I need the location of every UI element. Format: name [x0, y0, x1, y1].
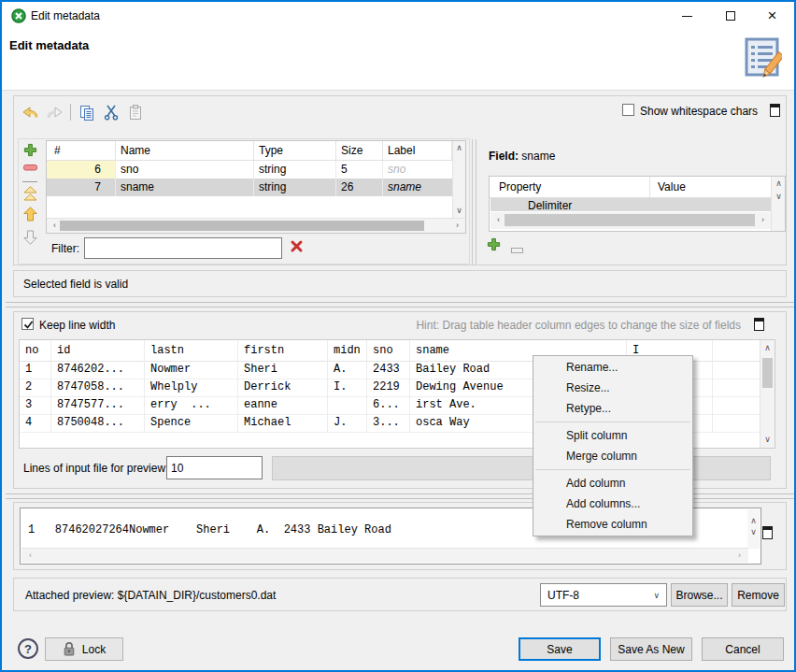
col-header-value[interactable]: Value	[650, 177, 686, 197]
menu-item-resize[interactable]: Resize...	[533, 378, 692, 398]
scroll-down-icon[interactable]: ∨	[761, 436, 774, 444]
move-down-icon	[23, 230, 37, 245]
scroll-down-icon[interactable]: ∨	[747, 528, 760, 536]
fields-vscrollbar[interactable]: ∧ ∨	[452, 141, 465, 218]
col-header-size[interactable]: Size	[336, 141, 383, 160]
grid-col-sno[interactable]: sno	[367, 340, 410, 361]
clear-filter-button[interactable]	[290, 239, 306, 256]
property-row-delimiter[interactable]: Delimiter	[490, 198, 771, 211]
lines-of-input-field[interactable]	[166, 456, 263, 479]
encoding-value: UTF-8	[547, 589, 579, 602]
menu-item-split-column[interactable]: Split column	[533, 425, 692, 446]
field-num: 7	[47, 179, 116, 196]
grid-col-lastn[interactable]: lastn	[145, 340, 238, 361]
move-up-button[interactable]	[21, 207, 39, 225]
menu-item-add-columns[interactable]: Add columns...	[533, 493, 692, 514]
toolbar-separator	[70, 104, 71, 121]
menu-item-add-column[interactable]: Add column	[533, 473, 692, 493]
scroll-up-icon[interactable]: ∧	[773, 179, 785, 188]
property-vscrollbar[interactable]: ∧ ∨	[771, 177, 785, 231]
grid-vscrollbar[interactable]: ∧ ∨	[760, 340, 775, 448]
cancel-button[interactable]: Cancel	[702, 637, 784, 661]
redo-button[interactable]	[43, 101, 65, 123]
sash-line[interactable]	[472, 139, 473, 265]
scroll-up-icon[interactable]: ∧	[761, 344, 774, 352]
scroll-right-icon[interactable]: ›	[733, 551, 746, 560]
lock-button[interactable]: Lock	[45, 637, 123, 661]
raw-vscrollbar[interactable]: ∧ ∨	[747, 509, 760, 549]
scroll-left-icon[interactable]: ‹	[24, 551, 36, 560]
undo-button[interactable]	[19, 101, 41, 123]
section-panel-icon[interactable]	[770, 104, 780, 117]
cell: 8747058...	[51, 379, 145, 396]
remove-property-button[interactable]	[511, 243, 524, 250]
add-property-button[interactable]	[487, 237, 504, 254]
show-whitespace-checkbox[interactable]	[622, 104, 634, 116]
raw-hscrollbar[interactable]: ‹ ›	[21, 548, 748, 563]
keep-line-width-label: Keep line width	[39, 319, 115, 332]
remove-button[interactable]: Remove	[732, 583, 785, 607]
grid-col-midn[interactable]: midn	[328, 340, 367, 361]
cut-button[interactable]	[100, 101, 122, 123]
close-button[interactable]: ×	[751, 3, 793, 29]
page-title: Edit metadata	[9, 38, 89, 52]
field-detail-title: Field: sname	[489, 150, 555, 163]
grid-col-firstn[interactable]: firstn	[238, 340, 328, 361]
hscroll-thumb[interactable]	[60, 221, 424, 231]
property-hscrollbar[interactable]: ‹ ›	[490, 212, 771, 229]
section-panel-icon[interactable]	[762, 526, 773, 539]
menu-item-rename[interactable]: Rename...	[533, 357, 692, 378]
grid-col-id[interactable]: id	[51, 340, 145, 361]
maximize-icon	[726, 11, 735, 21]
paste-button[interactable]	[124, 101, 147, 123]
scroll-up-icon[interactable]: ∧	[453, 144, 465, 152]
menu-item-retype[interactable]: Retype...	[533, 398, 692, 419]
add-icon	[23, 143, 37, 157]
grid-col-no[interactable]: no	[20, 340, 51, 361]
minimize-button[interactable]	[666, 3, 708, 29]
help-button[interactable]: ?	[18, 638, 38, 659]
remove-field-button[interactable]	[21, 164, 39, 179]
field-row-sno[interactable]: 6 sno string 5 sno	[47, 161, 452, 179]
save-as-new-button[interactable]: Save As New	[610, 637, 692, 661]
remove-icon	[23, 164, 37, 172]
vscroll-thumb[interactable]	[762, 358, 773, 388]
cell: erry ...	[145, 396, 238, 414]
horizontal-sash[interactable]	[6, 302, 794, 303]
section-panel-icon[interactable]	[754, 318, 764, 331]
hscroll-thumb[interactable]	[505, 214, 755, 226]
move-down-button[interactable]	[21, 230, 39, 249]
col-header-label[interactable]: Label	[383, 141, 452, 160]
field-type: string	[254, 161, 336, 179]
add-field-button[interactable]	[21, 143, 39, 164]
col-header-type[interactable]: Type	[254, 141, 336, 160]
fields-hscrollbar[interactable]: ‹ ›	[47, 218, 465, 233]
copy-button[interactable]	[76, 101, 98, 123]
keep-line-width-checkbox[interactable]	[21, 318, 34, 330]
field-num: 6	[47, 161, 116, 179]
scroll-down-icon[interactable]: ∨	[773, 193, 785, 201]
save-button[interactable]: Save	[519, 637, 601, 661]
scroll-down-icon[interactable]: ∨	[453, 207, 465, 215]
move-top-button[interactable]	[21, 186, 39, 205]
menu-item-remove-column[interactable]: Remove column	[533, 514, 692, 535]
col-header-name[interactable]: Name	[116, 141, 254, 160]
encoding-select[interactable]: UTF-8 ∨	[540, 583, 667, 607]
col-header-property[interactable]: Property	[490, 177, 650, 197]
redo-icon	[46, 105, 64, 120]
sash-line[interactable]	[476, 139, 476, 265]
maximize-button[interactable]	[709, 3, 751, 29]
scroll-left-icon[interactable]: ‹	[492, 216, 505, 224]
scroll-up-icon[interactable]: ∧	[747, 517, 760, 525]
horizontal-sash[interactable]	[6, 307, 794, 307]
col-header-num[interactable]: #	[47, 141, 116, 160]
lines-of-input-label: Lines of input file for preview:	[23, 462, 168, 475]
field-row-sname-selected[interactable]: 7 sname string 26 sname	[47, 179, 452, 196]
browse-button[interactable]: Browse...	[671, 583, 728, 607]
menu-item-merge-column[interactable]: Merge column	[533, 446, 692, 466]
field-detail-value: sname	[521, 150, 555, 163]
scroll-right-icon[interactable]: ›	[451, 222, 463, 230]
filter-input[interactable]	[84, 237, 282, 259]
cell: Sheri	[238, 361, 328, 379]
scroll-right-icon[interactable]: ›	[757, 216, 769, 224]
